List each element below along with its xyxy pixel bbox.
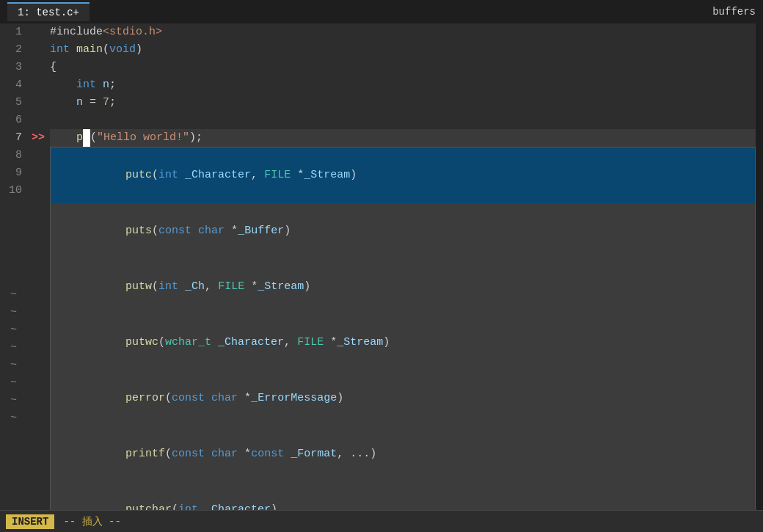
insert-mode-badge: INSERT xyxy=(6,514,54,529)
main-content: 1 2 3 4 5 6 7 8 9 10 >> xyxy=(0,23,763,510)
editor-container: 1: test.c+ buffers 1 2 3 4 5 6 7 8 9 10 … xyxy=(0,0,763,532)
line-num-3: 3 xyxy=(6,59,22,76)
arrow-7: >> xyxy=(29,129,47,147)
line-num-1: 1 xyxy=(6,23,22,41)
line-num-6: 6 xyxy=(6,112,22,129)
status-bar: INSERT -- 插入 -- xyxy=(0,510,763,532)
line-num-9: 9 xyxy=(6,164,22,182)
arrow-4 xyxy=(29,76,47,94)
line-num-5: 5 xyxy=(6,94,22,112)
autocomplete-dropdown[interactable]: putc(int _Character, FILE *_Stream) puts… xyxy=(50,147,756,510)
arrow-1 xyxy=(29,23,47,41)
title-bar: 1: test.c+ buffers xyxy=(0,0,763,23)
autocomplete-item-6[interactable]: putchar(int _Character) xyxy=(51,482,755,510)
autocomplete-item-3[interactable]: putwc(wchar_t _Character, FILE *_Stream) xyxy=(51,315,755,371)
title-tab[interactable]: 1: test.c+ xyxy=(7,2,90,21)
arrow-9 xyxy=(29,164,47,182)
autocomplete-item-2[interactable]: putw(int _Ch, FILE *_Stream) xyxy=(51,259,755,315)
line-num-8: 8 xyxy=(6,147,22,164)
code-line-7: p ("Hello world!"); xyxy=(50,129,756,147)
code-area[interactable]: #include<stdio.h> int main(void) { int n… xyxy=(47,23,756,510)
code-line-1: #include<stdio.h> xyxy=(50,23,756,41)
code-line-5: n = 7; xyxy=(50,94,756,112)
buffers-label: buffers xyxy=(712,6,756,18)
autocomplete-item-1[interactable]: puts(const char *_Buffer) xyxy=(51,203,755,259)
autocomplete-item-5[interactable]: printf(const char *const _Format, ...) xyxy=(51,426,755,482)
code-line-3: { xyxy=(50,59,756,76)
cursor xyxy=(83,129,90,147)
code-line-4: int n; xyxy=(50,76,756,94)
autocomplete-item-0[interactable]: putc(int _Character, FILE *_Stream) xyxy=(51,147,755,203)
code-line-6 xyxy=(50,112,756,129)
line-numbers: 1 2 3 4 5 6 7 8 9 10 xyxy=(0,23,29,510)
arrow-2 xyxy=(29,41,47,59)
status-text: -- 插入 -- xyxy=(63,515,120,528)
line-num-10: 10 xyxy=(6,182,22,200)
autocomplete-item-4[interactable]: perror(const char *_ErrorMessage) xyxy=(51,371,755,426)
line-num-4: 4 xyxy=(6,76,22,94)
arrow-3 xyxy=(29,59,47,76)
arrow-6 xyxy=(29,112,47,129)
code-line-2: int main(void) xyxy=(50,41,756,59)
arrow-5 xyxy=(29,94,47,112)
scrollbar[interactable] xyxy=(756,23,763,510)
arrow-10 xyxy=(29,182,47,200)
arrow-8 xyxy=(29,147,47,164)
line-num-7: 7 xyxy=(6,129,22,147)
line-num-2: 2 xyxy=(6,41,22,59)
arrow-column: >> xyxy=(29,23,47,510)
